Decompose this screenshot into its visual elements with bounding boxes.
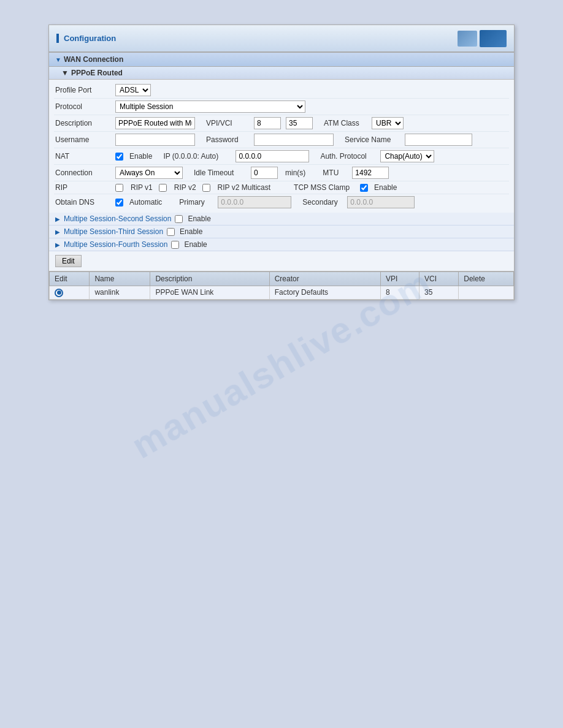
- session3-row: ▶ Multipe Session-Third Session Enable: [49, 226, 514, 238]
- rip-v1-label: RIP v1: [131, 183, 153, 192]
- idle-timeout-label: Idle Timeout: [194, 169, 246, 177]
- session4-link[interactable]: Multipe Session-Fourth Session: [64, 240, 167, 249]
- auth-protocol-label: Auth. Protocol: [320, 152, 375, 161]
- session2-checkbox[interactable]: [175, 215, 183, 223]
- username-label: Username: [55, 135, 110, 144]
- session4-enable-label: Enable: [184, 240, 207, 249]
- ip-input[interactable]: [236, 150, 309, 162]
- wan-table: Edit Name Description Creator VPI VCI De…: [49, 271, 514, 300]
- vpi-input[interactable]: 8: [254, 117, 281, 129]
- description-input[interactable]: PPPoE Routed with Mul: [115, 117, 195, 129]
- primary-label: Primary: [179, 198, 213, 207]
- rip-label: RIP: [55, 183, 110, 192]
- session2-arrow-icon: ▶: [55, 216, 60, 222]
- session3-enable-label: Enable: [180, 227, 202, 236]
- obtain-dns-checkbox[interactable]: [115, 199, 123, 207]
- dns-row: Obtain DNS Automatic Primary Secondary: [54, 194, 509, 210]
- password-input[interactable]: [254, 134, 334, 146]
- table-cell-delete: [459, 286, 514, 300]
- secondary-input[interactable]: [347, 196, 415, 208]
- table-cell-vci: 35: [419, 286, 458, 300]
- wan-section-label: WAN Connection: [64, 55, 123, 64]
- connection-select[interactable]: Always On On Demand Manual: [115, 167, 183, 179]
- col-vci-header: VCI: [419, 272, 458, 286]
- auth-protocol-select[interactable]: Chap(Auto) PAP CHAP: [380, 150, 434, 162]
- vpi-vci-label: VPI/VCI: [206, 119, 249, 127]
- edit-btn-row: Edit: [49, 251, 514, 271]
- col-creator-header: Creator: [269, 272, 380, 286]
- session4-row: ▶ Multipe Session-Fourth Session Enable: [49, 238, 514, 251]
- form-grid: Profile Port ADSL VDSL Protocol Multiple…: [49, 80, 514, 213]
- nat-checkbox[interactable]: [115, 153, 123, 161]
- col-vpi-header: VPI: [380, 272, 419, 286]
- session2-link[interactable]: Multipe Session-Second Session: [64, 214, 171, 223]
- pppoe-arrow-icon: ▼: [61, 69, 69, 77]
- col-edit-header: Edit: [50, 272, 90, 286]
- protocol-row: Protocol Multiple Session: [54, 99, 509, 115]
- session3-checkbox[interactable]: [167, 228, 175, 236]
- description-label: Description: [55, 119, 110, 127]
- password-label: Password: [206, 135, 249, 144]
- rip-row: RIP RIP v1 RIP v2 RIP v2 Multicast TCP M…: [54, 181, 509, 194]
- rip-v2-label: RIP v2: [174, 183, 196, 192]
- header: Configuration: [49, 25, 514, 52]
- ip-label: IP (0.0.0.0: Auto): [163, 152, 231, 161]
- table-cell-creator: Factory Defaults: [269, 286, 380, 300]
- service-name-label: Service Name: [345, 135, 400, 144]
- rip-v2-checkbox[interactable]: [159, 184, 167, 192]
- rip-v2-multicast-checkbox[interactable]: [202, 184, 210, 192]
- obtain-dns-auto-label: Automatic: [129, 198, 162, 207]
- rip-v2-multicast-label: RIP v2 Multicast: [218, 183, 270, 192]
- protocol-select[interactable]: Multiple Session: [115, 100, 305, 113]
- username-input[interactable]: [115, 134, 195, 146]
- idle-timeout-input[interactable]: [251, 167, 278, 179]
- wan-section: ▼ WAN Connection ▼ PPPoE Routed Profile …: [49, 52, 514, 300]
- wan-connections-table: Edit Name Description Creator VPI VCI De…: [49, 271, 514, 300]
- session4-checkbox[interactable]: [171, 241, 179, 249]
- session3-link[interactable]: Multipe Session-Third Session: [64, 227, 163, 236]
- primary-input[interactable]: [218, 196, 291, 208]
- tcp-mss-label: TCP MSS Clamp: [294, 183, 355, 192]
- nat-label: NAT: [55, 152, 110, 161]
- session2-enable-label: Enable: [188, 214, 210, 223]
- idle-timeout-unit: min(s): [285, 169, 305, 177]
- pppoe-sub-header: ▼ PPPoE Routed: [49, 67, 514, 80]
- atm-class-select[interactable]: UBR CBR VBR: [372, 117, 404, 129]
- table-cell-description: PPPoE WAN Link: [150, 286, 269, 300]
- service-name-input[interactable]: [405, 134, 472, 146]
- session3-arrow-icon: ▶: [55, 229, 60, 235]
- tcp-mss-checkbox[interactable]: [360, 184, 368, 192]
- pppoe-label: PPPoE Routed: [71, 69, 123, 77]
- profile-port-row: Profile Port ADSL VDSL: [54, 82, 509, 99]
- profile-port-label: Profile Port: [55, 86, 110, 94]
- atm-class-label: ATM Class: [324, 119, 367, 127]
- vci-input[interactable]: 35: [286, 117, 313, 129]
- secondary-label: Secondary: [302, 198, 342, 207]
- edit-button[interactable]: Edit: [55, 255, 82, 267]
- col-delete-header: Delete: [459, 272, 514, 286]
- header-icon-2: [480, 30, 507, 47]
- header-icon-1: [458, 31, 477, 47]
- session2-row: ▶ Multipe Session-Second Session Enable: [49, 213, 514, 226]
- mtu-input[interactable]: [352, 167, 389, 179]
- connection-label: Connection: [55, 169, 110, 177]
- rip-v1-checkbox[interactable]: [115, 184, 123, 192]
- table-row: wanlink PPPoE WAN Link Factory Defaults …: [50, 286, 514, 300]
- session4-arrow-icon: ▶: [55, 241, 60, 248]
- main-container: Configuration ▼ WAN Connection ▼ PPPoE R…: [48, 25, 515, 300]
- table-cell-edit[interactable]: [50, 286, 90, 300]
- connection-row: Connection Always On On Demand Manual Id…: [54, 165, 509, 181]
- header-title: Configuration: [56, 34, 116, 43]
- obtain-dns-label: Obtain DNS: [55, 198, 110, 207]
- username-row: Username Password Service Name: [54, 132, 509, 148]
- rip-group: RIP v1 RIP v2 RIP v2 Multicast: [115, 183, 270, 192]
- table-cell-name: wanlink: [90, 286, 150, 300]
- profile-port-select[interactable]: ADSL VDSL: [115, 84, 151, 96]
- nat-enable-label: Enable: [129, 152, 152, 161]
- protocol-label: Protocol: [55, 102, 110, 111]
- nat-row: NAT Enable IP (0.0.0.0: Auto) Auth. Prot…: [54, 148, 509, 165]
- col-name-header: Name: [90, 272, 150, 286]
- radio-select-icon[interactable]: [55, 289, 63, 297]
- description-row: Description PPPoE Routed with Mul VPI/VC…: [54, 115, 509, 132]
- tcp-mss-enable-label: Enable: [374, 183, 397, 192]
